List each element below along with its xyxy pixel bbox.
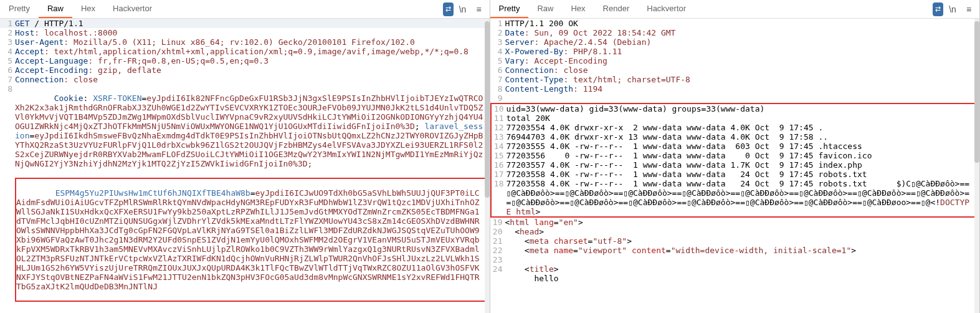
header-value: : PHP/8.1.11 (563, 47, 622, 56)
tab-pretty[interactable]: Pretty (0, 0, 39, 18)
line-number: 10 (492, 104, 507, 113)
header-name: Server (505, 37, 535, 47)
line-number: 23 (490, 255, 505, 264)
header-name: Connection (505, 65, 554, 75)
line-number: 20 (490, 227, 505, 236)
line-number: 1 (490, 19, 505, 28)
line-number: 22 (490, 246, 505, 255)
tab-raw[interactable]: Raw (39, 0, 72, 18)
header-value: : localhost.:8000 (34, 28, 117, 37)
header-name: Accept-Language (15, 56, 88, 65)
header-value: : close (554, 65, 588, 75)
header-name: Date (505, 28, 525, 37)
line-number: 8 (0, 84, 15, 178)
output-line: 77203557 4.0K -rw-r--r-- 1 www-data www-… (507, 160, 979, 170)
output-line: 77203554 4.0K drwxr-xr-x 2 www-data www-… (507, 123, 979, 132)
convert-icon[interactable]: ⇄ (933, 2, 943, 16)
request-pane: Pretty Raw Hex Hackvertor ⇄ \n ≡ 1GET / … (0, 0, 490, 313)
header-name: Cookie (54, 94, 83, 103)
header-value: : 1194 (573, 84, 602, 94)
tab-render[interactable]: Render (594, 0, 639, 18)
line-number: 5 (490, 56, 505, 65)
line-number: 2 (490, 28, 505, 37)
line-number: 7 (490, 75, 505, 84)
cookie-value-session: eyJpdiI6IkdhSmsweFBvQzNhaExmdmg4dTdkT0E9… (15, 131, 483, 168)
header-name: Accept (15, 47, 44, 56)
line-number: 14 (492, 142, 507, 151)
header-name: Vary (505, 56, 525, 65)
convert-icon[interactable]: ⇄ (443, 2, 454, 16)
body-text: hello (505, 274, 980, 283)
response-editor[interactable]: 1HTTP/1.1 200 OK2Date: Sun, 09 Oct 2022 … (490, 19, 980, 313)
cookie-name-xsrf: XSRF-TOKEN (93, 94, 141, 103)
header-name: Host (15, 28, 34, 37)
header-value: : Mozilla/5.0 (X11; Linux x86_64; rv:102… (64, 37, 415, 47)
line-number: 8 (490, 84, 505, 94)
output-line: 77203558 4.0K -rw-r--r-- 1 www-data www-… (507, 170, 979, 179)
line-number: 17 (492, 170, 507, 179)
header-name: User-Agent (15, 37, 64, 47)
line-number: 1 (0, 19, 15, 28)
sep: : (83, 94, 93, 103)
request-line: / HTTP/1.1 (29, 19, 83, 28)
output-line: total 20K (507, 113, 979, 123)
eq: = (250, 188, 255, 198)
header-name: Accept-Encoding (15, 65, 88, 75)
tab-pretty[interactable]: Pretty (490, 0, 529, 18)
header-name: X-Powered-By (505, 47, 564, 56)
sep: ; (415, 122, 425, 131)
header-name: Connection (15, 75, 64, 84)
line-number: 13 (492, 132, 507, 142)
tab-raw[interactable]: Raw (528, 0, 562, 18)
line-number: 18 (492, 179, 507, 216)
source-line (505, 255, 980, 264)
line-number: 12 (492, 123, 507, 132)
header-value: : text/html; charset=UTF-8 (563, 75, 690, 84)
tab-hex[interactable]: Hex (72, 0, 104, 18)
output-line: 76944703 4.0K drwxr-xr-x 13 www-data www… (507, 132, 979, 142)
line-number: 4 (490, 47, 505, 56)
menu-icon[interactable]: ≡ (962, 2, 976, 16)
output-line: 77203556 0 -rw-r--r-- 1 www-data www-dat… (507, 151, 979, 160)
output-line: 77203558 4.0K -rw-r--r-- 1 www-data www-… (507, 179, 970, 207)
line-number: 9 (490, 94, 505, 103)
header-name: Content-Type (505, 75, 564, 84)
line-number: 3 (490, 37, 505, 47)
line-number: 4 (0, 47, 15, 56)
status-line: HTTP/1.1 200 OK (505, 19, 980, 28)
request-editor[interactable]: 1GET / HTTP/1.12Host: localhost.:80003Us… (0, 19, 490, 313)
header-value: : gzip, deflate (88, 65, 161, 75)
source-line: <meta charset="utf-8"> (505, 236, 980, 246)
menu-icon[interactable]: ≡ (472, 2, 486, 16)
response-pane: Pretty Raw Hex Render Hackvertor ⇄ \n ≡ … (490, 0, 981, 313)
source-line: <head> (505, 227, 980, 236)
header-name: GET (15, 19, 29, 28)
line-number: 7 (0, 75, 15, 84)
header-value: : close (64, 75, 98, 84)
line-number: 5 (0, 56, 15, 65)
header-value: : Sun, 09 Oct 2022 18:54:42 GMT (525, 28, 676, 37)
scrollbar[interactable] (974, 19, 979, 313)
tab-hackvertor[interactable]: Hackvertor (104, 0, 161, 18)
status-line (505, 94, 980, 103)
wrap-icon[interactable]: \n (946, 2, 959, 16)
tab-hackvertor[interactable]: Hackvertor (638, 0, 695, 18)
wrap-icon[interactable]: \n (456, 2, 470, 16)
cookie-value-injected: eyJpdiI6ICJwUO9TdXh0bG5aSVhLbWh5UUJjQUF3… (16, 188, 480, 291)
request-tabs: Pretty Raw Hex Hackvertor ⇄ \n ≡ (0, 0, 490, 19)
header-value: : fr,fr-FR;q=0.8,en-US;q=0.5,en;q=0.3 (88, 56, 269, 65)
line-number: 21 (490, 236, 505, 246)
header-value: : Accept-Encoding (525, 56, 607, 65)
header-value: : text/html,application/xhtml+xml,applic… (44, 47, 469, 56)
injected-cookie-box: ESPM4g5Yu2PIUwsHw1mCtUf6hJNQIXfTBE4haW8b… (15, 178, 490, 302)
header-value: : Apache/2.4.54 (Debian) (534, 37, 651, 47)
command-output-box: 10uid=33(www-data) gid=33(www-data) grou… (490, 103, 980, 218)
line-number: 15 (492, 151, 507, 160)
line-number: 6 (490, 65, 505, 75)
source-line: <title> (505, 264, 980, 274)
source-line: <html lang="en"> (505, 218, 980, 227)
tab-hex[interactable]: Hex (562, 0, 594, 18)
scrollbar[interactable] (485, 19, 490, 313)
cookie-name-injected: ESPM4g5Yu2PIUwsHw1mCtUf6hJNQIXfTBE4haW8b (55, 188, 250, 198)
line-number: 24 (490, 264, 505, 274)
